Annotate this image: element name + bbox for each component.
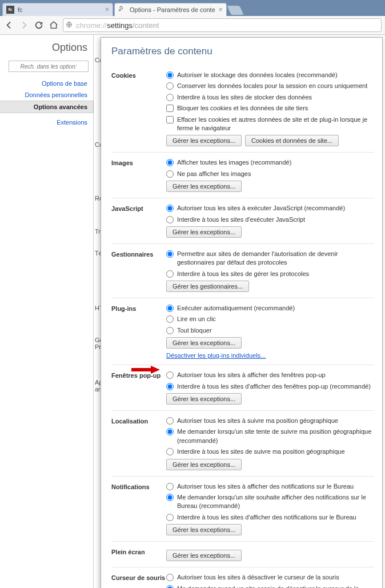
cookies-chk-clear[interactable]: Effacer les cookies et autres données de…: [166, 115, 374, 133]
sidebar-item-base[interactable]: Options de base: [0, 78, 93, 89]
plugins-exceptions-button[interactable]: Gérer les exceptions...: [166, 337, 242, 349]
sidebar-item-extensions[interactable]: Extensions: [0, 117, 93, 128]
back-button[interactable]: [3, 19, 15, 31]
section-javascript-label: JavaScript: [111, 204, 166, 212]
js-opt-allow[interactable]: Autoriser tous les sites à exécuter Java…: [166, 204, 374, 213]
favicon-fc-icon: fc: [6, 6, 14, 14]
search-input[interactable]: [9, 61, 89, 72]
url-path: /content: [133, 21, 159, 30]
notif-opt-ask[interactable]: Me demander lorsqu'un site souhaite affi…: [166, 493, 374, 511]
forward-button[interactable]: [18, 19, 30, 31]
cursor-opt-allow[interactable]: Autoriser tous les sites à désactiver le…: [166, 573, 374, 582]
cookies-opt-session[interactable]: Conserver les données locales pour la se…: [166, 82, 374, 90]
plugins-opt-block[interactable]: Tout bloquer: [166, 326, 374, 335]
handlers-opt-allow[interactable]: Permettre aux sites de demander l'autori…: [166, 250, 374, 267]
bg-hint: Tr: [94, 228, 101, 235]
toolbar: chrome://settings/content: [0, 16, 385, 35]
sidebar: Options Options de base Données personne…: [0, 35, 94, 588]
location-opt-ask[interactable]: Me demander lorsqu'un site tente de suiv…: [166, 427, 374, 445]
wrench-icon: [118, 6, 126, 14]
section-images-label: Images: [111, 158, 166, 166]
images-opt-show[interactable]: Afficher toutes les images (recommandé): [166, 158, 374, 167]
cookies-opt-block[interactable]: Interdire à tous les sites de stocker de…: [166, 93, 374, 102]
reload-button[interactable]: [33, 19, 45, 31]
omnibox[interactable]: chrome://settings/content: [63, 18, 382, 32]
plugins-opt-auto[interactable]: Exécuter automatiquement (recommandé): [166, 304, 374, 313]
bg-hint: arr: [94, 386, 101, 393]
tab-inactive[interactable]: fc fc ×: [2, 3, 113, 16]
close-icon[interactable]: ×: [219, 6, 223, 13]
cursor-opt-ask[interactable]: Me demander quand un site essaie de désa…: [166, 585, 374, 588]
plugins-disable-link[interactable]: Désactiver les plug-ins individuels...: [166, 352, 266, 359]
tab-strip: fc fc × Options - Paramètres de conte ×: [0, 0, 385, 16]
globe-icon: [66, 21, 74, 29]
handlers-manage-button[interactable]: Gérer les gestionnaires...: [166, 281, 249, 292]
cookies-exceptions-button[interactable]: Gérer les exceptions...: [166, 135, 242, 146]
sidebar-item-personal[interactable]: Données personnelles: [0, 89, 93, 101]
page: Options Options de base Données personne…: [0, 35, 385, 588]
notif-opt-block[interactable]: Interdire à tous les sites d'afficher de…: [166, 513, 374, 522]
section-cookies: Cookies Autoriser le stockage des donnée…: [111, 65, 374, 153]
url-scheme: chrome://: [76, 21, 107, 30]
section-plugins: Plug-ins Exécuter automatiquement (recom…: [111, 298, 374, 365]
sidebar-item-advanced[interactable]: Options avancées: [0, 101, 94, 113]
bg-hint: Co: [94, 57, 101, 63]
content-settings-modal: Paramètres de contenu Cookies Autoriser …: [101, 37, 383, 588]
fullscreen-exceptions-button[interactable]: Gérer les exceptions...: [166, 550, 242, 561]
popups-opt-block[interactable]: Interdire à tous les sites d'afficher de…: [166, 382, 374, 391]
cookies-data-button[interactable]: Cookies et données de site...: [245, 135, 339, 146]
plugins-opt-click[interactable]: Lire en un clic: [166, 315, 374, 323]
js-exceptions-button[interactable]: Gérer les exceptions...: [166, 226, 242, 238]
section-plugins-label: Plug-ins: [111, 304, 166, 312]
section-fullscreen: Plein écran Gérer les exceptions...: [111, 542, 374, 567]
bg-hint: Go: [94, 337, 101, 343]
section-javascript: JavaScript Autoriser tous les sites à ex…: [111, 198, 374, 244]
section-notifications-label: Notifications: [111, 482, 166, 490]
notif-exceptions-button[interactable]: Gérer les exceptions...: [166, 524, 242, 535]
annotation-arrow-icon: [131, 366, 160, 374]
home-button[interactable]: [48, 19, 59, 31]
images-exceptions-button[interactable]: Gérer les exceptions...: [166, 181, 242, 192]
bg-hint: HT: [94, 305, 101, 311]
cookies-chk-third[interactable]: Bloquer les cookies et les données de si…: [166, 104, 374, 113]
panel-wrap: Paramètres de contenu Cookies Autoriser …: [101, 35, 385, 588]
svg-marker-1: [131, 366, 160, 374]
section-cursor-label: Curseur de souris: [111, 573, 166, 581]
tab-active[interactable]: Options - Paramètres de conte ×: [114, 3, 227, 16]
location-exceptions-button[interactable]: Gérer les exceptions...: [166, 459, 242, 470]
section-location: Localisation Autoriser tous les sites à …: [111, 411, 374, 477]
bg-hint: Pri: [94, 343, 101, 350]
section-images: Images Afficher toutes les images (recom…: [111, 153, 374, 198]
js-opt-block[interactable]: Interdire à tous les sites d'exécuter Ja…: [166, 215, 374, 224]
notif-opt-allow[interactable]: Autoriser tous les sites à afficher des …: [166, 482, 374, 491]
sidebar-title: Options: [0, 42, 87, 54]
modal-title: Paramètres de contenu: [111, 46, 374, 57]
new-tab-button[interactable]: [227, 6, 243, 15]
bg-hint: Té: [94, 250, 101, 257]
location-opt-allow[interactable]: Autoriser tous les sites à suivre ma pos…: [166, 417, 374, 425]
popups-exceptions-button[interactable]: Gérer les exceptions...: [166, 393, 242, 405]
location-opt-block[interactable]: Interdire à tous les sites de suivre ma …: [166, 447, 374, 456]
section-cookies-label: Cookies: [111, 71, 166, 79]
section-cursor: Curseur de souris Autoriser tous les sit…: [111, 567, 374, 588]
cookies-opt-allow[interactable]: Autoriser le stockage des données locale…: [166, 71, 374, 79]
section-fullscreen-label: Plein écran: [111, 547, 166, 555]
handlers-opt-block[interactable]: Interdire à tous les sites de gérer les …: [166, 270, 374, 278]
bg-hint: Co: [94, 141, 101, 148]
section-notifications: Notifications Autoriser tous les sites à…: [111, 477, 374, 542]
section-handlers: Gestionnaires Permettre aux sites de dem…: [111, 244, 374, 298]
images-opt-hide[interactable]: Ne pas afficher les images: [166, 170, 374, 178]
url-host: settings: [107, 21, 133, 30]
tab-title-inactive: fc: [18, 6, 102, 13]
popups-opt-allow[interactable]: Autoriser tous les sites à afficher des …: [166, 371, 374, 379]
bg-hint: Ap: [94, 379, 101, 386]
behind-modal-strip: Co Co Ré Tr Té HT Go Pri Ap arr: [94, 35, 101, 588]
tab-title-active: Options - Paramètres de conte: [130, 6, 215, 13]
section-location-label: Localisation: [111, 417, 166, 425]
bg-hint: Ré: [94, 195, 101, 202]
section-handlers-label: Gestionnaires: [111, 250, 166, 258]
close-icon[interactable]: ×: [105, 6, 109, 13]
